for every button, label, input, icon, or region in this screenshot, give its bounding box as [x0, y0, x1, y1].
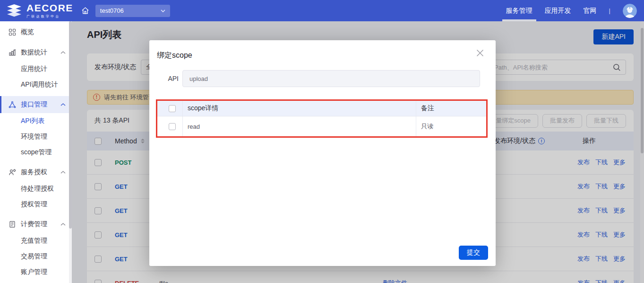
- sidebar-scrollbar-thumb[interactable]: [69, 21, 72, 229]
- navbar-menu: 服务管理 应用开发 官网 |: [506, 0, 644, 21]
- sidebar-group-billing[interactable]: 计费管理: [0, 216, 72, 233]
- api-field[interactable]: [182, 70, 480, 87]
- nav-item-official-site[interactable]: 官网: [584, 0, 597, 21]
- sidebar-item-recharge-manage[interactable]: 充值管理: [0, 233, 72, 248]
- nav-item-app-develop[interactable]: 应用开发: [545, 0, 571, 21]
- scope-select-all-checkbox[interactable]: [169, 105, 176, 112]
- sidebar-item-label: 计费管理: [21, 220, 47, 229]
- sidebar-item-label: API列表: [21, 117, 45, 125]
- modal-title: 绑定scope: [157, 51, 192, 61]
- brand-name: AECORE: [26, 3, 73, 13]
- nav-divider: |: [609, 7, 610, 14]
- billing-icon: [9, 221, 16, 228]
- sidebar-item-label: 交易管理: [21, 252, 47, 261]
- sidebar-item-pending-auth[interactable]: 待处理授权: [0, 181, 72, 196]
- scope-row-checkbox[interactable]: [169, 123, 176, 130]
- close-icon[interactable]: [475, 48, 485, 58]
- overview-icon: [9, 28, 16, 36]
- sidebar-item-label: API调用统计: [21, 80, 58, 89]
- scope-table-highlight: scope详情 备注 read 只读: [156, 99, 488, 138]
- sidebar-item-label: 待处理授权: [21, 185, 54, 193]
- chevron-up-icon: [60, 223, 66, 226]
- sidebar-item-trade-manage[interactable]: 交易管理: [0, 248, 72, 264]
- sidebar-item-label: 账户管理: [21, 268, 47, 276]
- workspace-value: test0706: [100, 7, 124, 14]
- sidebar-item-label: 授权管理: [21, 200, 47, 209]
- nav-item-service-manage[interactable]: 服务管理: [506, 0, 532, 21]
- sidebar-item-env-manage[interactable]: 环境管理: [0, 129, 72, 144]
- scope-value: read: [183, 116, 416, 136]
- sidebar-scrollbar[interactable]: [69, 21, 72, 283]
- sidebar-item-label: 充值管理: [21, 237, 47, 245]
- service-auth-icon: [9, 168, 16, 176]
- sidebar-group-data-stats[interactable]: 数据统计: [0, 44, 72, 61]
- data-stats-icon: [9, 49, 16, 56]
- scope-detail-header: scope详情: [183, 101, 416, 116]
- sidebar-item-label: 环境管理: [21, 133, 47, 141]
- home-icon[interactable]: [81, 6, 90, 15]
- chevron-up-icon: [60, 51, 66, 54]
- workspace-select[interactable]: test0706: [95, 5, 170, 17]
- sidebar-item-label: 服务授权: [21, 168, 47, 177]
- sidebar-item-label: 数据统计: [21, 48, 47, 57]
- app-screen: AECORE 广联达数字中台 test0706 服务管理 应用开发 官网 |: [0, 0, 644, 283]
- sidebar-item-scope-manage[interactable]: scope管理: [0, 144, 72, 160]
- aecore-logo-icon: [6, 4, 22, 18]
- bind-scope-modal: 绑定scope API scope详情 备注 read 只读 提交: [149, 40, 496, 266]
- scope-remark: 只读: [416, 116, 486, 136]
- top-navbar: AECORE 广联达数字中台 test0706 服务管理 应用开发 官网 |: [0, 0, 644, 21]
- user-avatar[interactable]: [623, 4, 637, 18]
- submit-button[interactable]: 提交: [459, 246, 488, 260]
- api-form-row: API: [149, 70, 496, 87]
- sidebar-item-label: 接口管理: [21, 100, 47, 109]
- sidebar-item-auth-manage[interactable]: 授权管理: [0, 196, 72, 212]
- sidebar-item-label: 概览: [21, 28, 34, 36]
- sidebar-item-label: scope管理: [21, 148, 52, 157]
- scope-row: read 只读: [157, 116, 486, 136]
- sidebar-group-service-auth[interactable]: 服务授权: [0, 164, 72, 181]
- sidebar-item-api-call-stats[interactable]: API调用统计: [0, 77, 72, 92]
- api-manage-icon: [9, 101, 16, 108]
- brand-subtitle: 广联达数字中台: [26, 14, 73, 19]
- scope-table-header: scope详情 备注: [157, 101, 486, 116]
- sidebar-item-account-manage[interactable]: 账户管理: [0, 264, 72, 280]
- sidebar-item-app-stats[interactable]: 应用统计: [0, 61, 72, 77]
- brand-logo: AECORE 广联达数字中台: [0, 3, 73, 19]
- api-field-label: API: [149, 75, 179, 82]
- chevron-up-icon: [60, 103, 66, 106]
- sidebar-group-api-manage[interactable]: 接口管理: [0, 96, 72, 113]
- sidebar-item-label: 应用统计: [21, 65, 47, 73]
- sidebar-item-api-list[interactable]: API列表: [0, 113, 72, 129]
- sidebar-item-overview[interactable]: 概览: [0, 24, 72, 40]
- chevron-up-icon: [60, 171, 66, 174]
- chevron-down-icon: [161, 9, 165, 12]
- sidebar: 概览 数据统计 应用统计 API调用统计 接口管理 API列表 环境管理 sco…: [0, 21, 72, 283]
- remark-header: 备注: [416, 101, 486, 116]
